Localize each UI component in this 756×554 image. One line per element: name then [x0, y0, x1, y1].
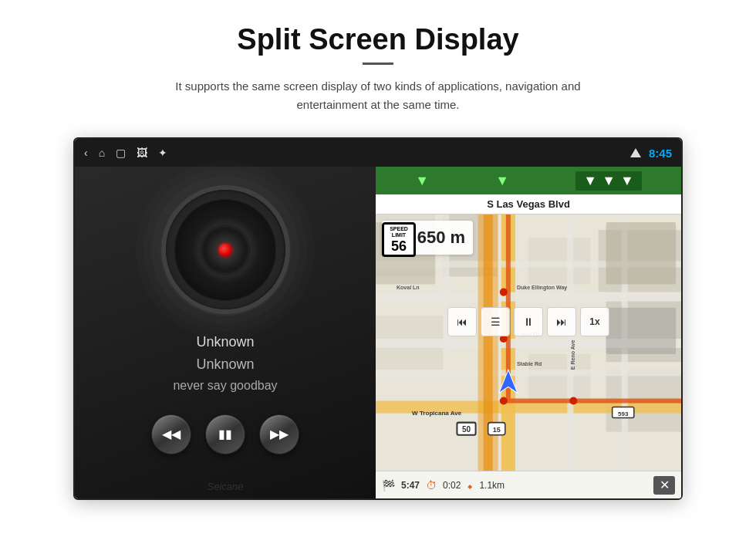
nav-arrow-down-4: ▼ [602, 173, 616, 189]
record-dot [218, 243, 232, 257]
nav-arrow-section: ▼ ▼ ▼ [575, 171, 641, 191]
street-name-bar: S Las Vegas Blvd [376, 194, 681, 215]
next-button[interactable]: ▶▶ [259, 414, 299, 454]
watermark: Seicane [208, 481, 244, 492]
status-time: 8:45 [649, 147, 672, 160]
triangle-icon [630, 148, 641, 157]
nav-next-button[interactable]: ⏭ [547, 307, 576, 336]
status-bar-left: ‹ ⌂ ▢ 🖼 ✦ [84, 147, 630, 158]
flag-start-icon: 🏁 [382, 479, 395, 492]
pause-icon: ▮▮ [218, 428, 232, 441]
svg-point-23 [569, 397, 577, 404]
nav-bottom-bar: 🏁 5:47 ⏱ 0:02 ⬥ 1.1km ✕ [376, 471, 681, 498]
dist-info: 650 m [417, 229, 465, 246]
svg-text:50: 50 [462, 425, 471, 434]
nav-arrow-down-2: ▼ [495, 173, 509, 189]
svg-text:Duke Ellington Way: Duke Ellington Way [517, 285, 567, 291]
nav-pause-button[interactable]: ⏸ [514, 307, 543, 336]
page-description: It supports the same screen display of t… [139, 77, 617, 114]
prev-button[interactable]: ◀◀ [151, 414, 191, 454]
clock-icon: ⏱ [426, 479, 437, 492]
svg-text:Stable Rd: Stable Rd [517, 361, 542, 367]
speed-limit-value: 56 [387, 239, 410, 253]
svg-text:W Tropicana Ave: W Tropicana Ave [412, 410, 462, 417]
svg-rect-38 [606, 222, 677, 284]
speed-limit-sign: SPEED LIMIT 56 [382, 222, 416, 257]
speed-limit-label: SPEED LIMIT [387, 226, 410, 239]
window-icon[interactable]: ▢ [116, 147, 126, 158]
play-pause-button[interactable]: ▮▮ [205, 414, 245, 454]
svg-text:593: 593 [618, 410, 629, 417]
prev-icon: ◀◀ [162, 428, 181, 441]
nav-eta: 0:02 [443, 480, 461, 491]
album-art [166, 190, 285, 309]
distance-icon: ⬥ [467, 479, 473, 492]
svg-text:15: 15 [493, 426, 501, 434]
nav-close-button[interactable]: ✕ [653, 476, 675, 495]
svg-point-22 [500, 397, 508, 404]
nav-arrow-down-5: ▼ [620, 173, 634, 189]
nav-speed-button[interactable]: 1x [580, 307, 609, 336]
status-bar: ‹ ⌂ ▢ 🖼 ✦ 8:45 [75, 139, 681, 167]
track-title: Unknown [196, 334, 254, 350]
home-icon[interactable]: ⌂ [99, 147, 105, 158]
nav-top-bar: ▼ ▼ ▼ ▼ ▼ [376, 167, 681, 194]
back-arrow-icon[interactable]: ‹ [84, 147, 88, 158]
map-area: Koval Ln Duke Ellington Way Luxor Dr E R… [376, 215, 681, 471]
nav-arrow-down-3: ▼ [583, 173, 597, 189]
screen-container: ‹ ⌂ ▢ 🖼 ✦ 8:45 Unknown Unknown never say… [73, 137, 683, 500]
svg-rect-10 [376, 292, 681, 302]
music-panel: Unknown Unknown never say goodbay ◀◀ ▮▮ … [75, 167, 376, 498]
album-art-inner [202, 227, 248, 273]
nav-panel: ▼ ▼ ▼ ▼ ▼ S Las Vegas Blvd [376, 167, 681, 498]
title-divider [363, 62, 393, 65]
track-artist: Unknown [196, 356, 254, 373]
nav-dist: 1.1km [479, 480, 505, 491]
nav-playback-controls: ⏮ ☰ ⏸ ⏭ 1x [447, 307, 609, 336]
svg-text:Koval Ln: Koval Ln [397, 285, 420, 290]
nav-menu-button[interactable]: ☰ [481, 307, 510, 336]
usb-icon[interactable]: ✦ [158, 147, 167, 158]
dist-big: 650 m [417, 229, 465, 246]
status-bar-right: 8:45 [630, 147, 672, 160]
svg-point-20 [500, 289, 508, 296]
track-song: never say goodbay [173, 379, 277, 393]
music-controls: ◀◀ ▮▮ ▶▶ [151, 414, 299, 454]
split-panel: Unknown Unknown never say goodbay ◀◀ ▮▮ … [75, 167, 681, 498]
nav-prev-button[interactable]: ⏮ [447, 307, 477, 336]
nav-time: 5:47 [401, 480, 420, 491]
svg-text:E Reno Ave: E Reno Ave [570, 340, 575, 370]
next-icon: ▶▶ [270, 428, 289, 441]
page-title: Split Screen Display [237, 23, 518, 56]
svg-rect-39 [606, 308, 677, 354]
svg-rect-17 [376, 370, 681, 376]
nav-arrow-down-1: ▼ [415, 173, 429, 189]
image-icon[interactable]: 🖼 [137, 147, 147, 158]
